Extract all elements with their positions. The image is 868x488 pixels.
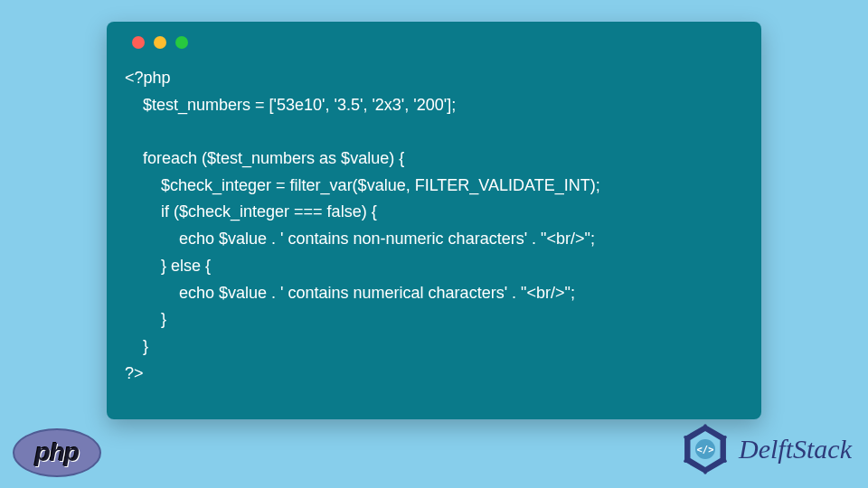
svg-point-9 <box>684 436 686 438</box>
svg-point-4 <box>703 424 706 427</box>
maximize-icon <box>175 36 188 49</box>
svg-text:</>: </> <box>697 444 714 455</box>
window-controls <box>125 36 743 49</box>
delftstack-brand: </> DelftStack <box>679 423 852 475</box>
php-logo-text: php <box>35 438 79 467</box>
minimize-icon <box>154 36 166 49</box>
code-block: <?php $test_numbers = ['53e10', '3.5', '… <box>125 65 743 387</box>
svg-point-6 <box>723 460 726 463</box>
php-logo: php <box>13 428 101 477</box>
svg-point-7 <box>703 471 706 474</box>
close-icon <box>132 36 145 49</box>
svg-point-8 <box>684 460 686 463</box>
delftstack-text: DelftStack <box>739 434 852 465</box>
delftstack-icon: </> <box>679 423 731 475</box>
code-window: <?php $test_numbers = ['53e10', '3.5', '… <box>107 22 761 419</box>
svg-point-5 <box>723 436 726 438</box>
